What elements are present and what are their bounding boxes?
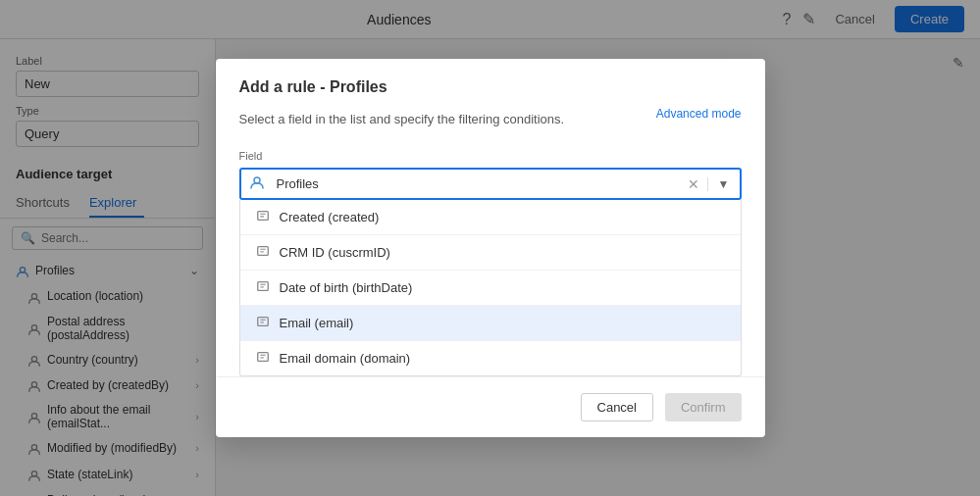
svg-point-9 [254, 177, 260, 183]
advanced-mode-link[interactable]: Advanced mode [656, 107, 742, 121]
dropdown-item-label-2: Date of birth (birthDate) [280, 280, 413, 295]
field-label: Field [239, 150, 742, 162]
add-rule-modal: Add a rule - Profiles Select a field in … [216, 59, 765, 437]
dropdown-item-2[interactable]: Date of birth (birthDate) [240, 271, 741, 306]
dropdown-item-1[interactable]: CRM ID (cuscrmID) [240, 235, 741, 271]
dropdown-item-icon-2 [256, 279, 270, 296]
dropdown-item-icon-3 [256, 315, 270, 331]
modal-confirm-button[interactable]: Confirm [665, 393, 742, 422]
dropdown-item-label-4: Email domain (domain) [280, 351, 411, 366]
dropdown-item-4[interactable]: Email domain (domain) [240, 341, 741, 375]
field-search-input[interactable] [273, 170, 680, 198]
dropdown-item-icon-1 [256, 244, 270, 261]
modal-overlay: Add a rule - Profiles Select a field in … [0, 0, 980, 496]
dropdown-item-3[interactable]: Email (email) [240, 306, 741, 341]
dropdown-item-icon-0 [256, 209, 270, 225]
modal-cancel-button[interactable]: Cancel [581, 393, 653, 422]
dropdown-item-label-3: Email (email) [280, 316, 354, 330]
svg-rect-13 [257, 247, 268, 256]
svg-rect-16 [257, 282, 268, 291]
modal-body: Field ✕ ▼ [216, 138, 765, 200]
modal-header: Add a rule - Profiles Select a field in … [216, 59, 765, 138]
clear-icon[interactable]: ✕ [680, 176, 707, 192]
svg-rect-19 [257, 318, 268, 326]
dropdown-item-label-1: CRM ID (cuscrmID) [280, 245, 390, 260]
modal-footer: Cancel Confirm [216, 376, 765, 437]
field-search-link-icon [241, 174, 273, 193]
dropdown-item-icon-4 [256, 350, 270, 367]
dropdown-list: Created (created) CRM ID (cuscrmID) [239, 200, 742, 376]
field-search-wrap: ✕ ▼ [239, 168, 742, 200]
modal-title: Add a rule - Profiles [239, 78, 742, 96]
dropdown-item-0[interactable]: Created (created) [240, 200, 741, 235]
svg-rect-22 [257, 353, 268, 362]
modal-description: Select a field in the list and specify t… [239, 112, 565, 126]
svg-rect-10 [257, 212, 268, 221]
dropdown-arrow-icon[interactable]: ▼ [707, 177, 740, 191]
dropdown-item-label-0: Created (created) [280, 210, 380, 224]
